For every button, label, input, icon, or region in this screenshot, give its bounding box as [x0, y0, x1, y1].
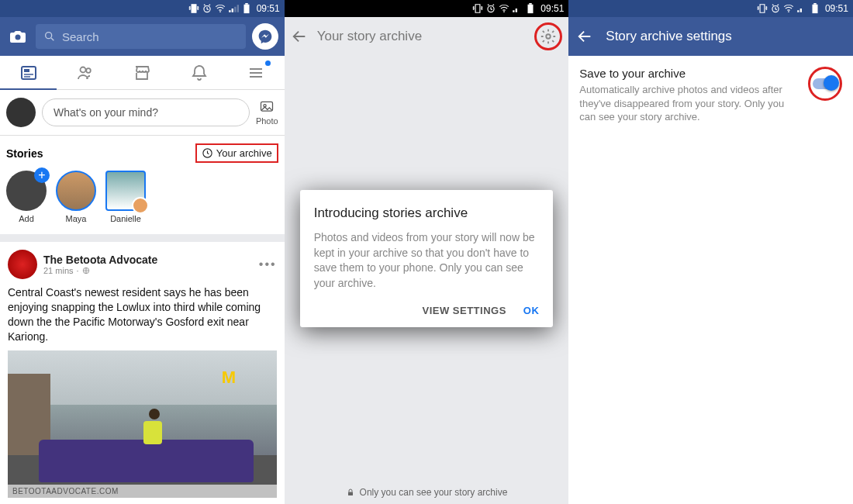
- svg-point-20: [503, 11, 505, 12]
- wifi-icon: [783, 3, 794, 14]
- svg-rect-27: [812, 5, 817, 13]
- camera-button[interactable]: [6, 25, 29, 48]
- status-bar: 09:51: [0, 0, 285, 17]
- tab-marketplace[interactable]: [114, 56, 171, 89]
- svg-rect-24: [348, 492, 353, 496]
- settings-title: Story archive settings: [606, 29, 732, 44]
- photo-button[interactable]: Photo: [256, 99, 278, 126]
- notification-dot: [265, 60, 271, 66]
- archive-header: Your story archive: [285, 17, 569, 56]
- clock-icon: [202, 147, 213, 159]
- dialog-heading: Introducing stories archive: [314, 205, 540, 221]
- archive-toggle[interactable]: [808, 67, 842, 101]
- wifi-icon: [499, 3, 509, 14]
- alarm-icon: [202, 3, 212, 14]
- dialog-body: Photos and videos from your story will n…: [314, 230, 540, 291]
- svg-rect-28: [813, 3, 817, 5]
- back-button[interactable]: [576, 28, 593, 45]
- lock-icon: [346, 488, 355, 497]
- nav-tabs: [0, 56, 285, 90]
- svg-rect-22: [530, 3, 533, 5]
- archive-title: Your story archive: [317, 29, 422, 44]
- post-source: BETOOTAADVOCATE.COM: [8, 485, 277, 498]
- setting-save-archive: Save to your archive Automatically archi…: [568, 56, 853, 138]
- panel-settings: 09:51 Story archive settings Save to you…: [568, 0, 853, 504]
- post-time: 21 mins: [43, 266, 74, 275]
- post-menu-button[interactable]: •••: [259, 257, 277, 271]
- panel-feed: 09:51 Search W: [0, 0, 285, 504]
- back-button[interactable]: [291, 28, 308, 45]
- composer-input[interactable]: What's on your mind?: [42, 98, 250, 126]
- alarm-icon: [485, 3, 496, 14]
- svg-point-5: [46, 33, 52, 39]
- feed-post: The Betoota Advocate 21 mins · ••• Centr…: [0, 242, 285, 504]
- svg-point-23: [547, 34, 551, 39]
- alarm-icon: [770, 3, 781, 14]
- tab-menu[interactable]: [227, 56, 284, 89]
- post-author[interactable]: The Betoota Advocate: [43, 254, 157, 266]
- signal-icon: [796, 3, 807, 14]
- wifi-icon: [215, 3, 226, 14]
- vibrate-icon: [188, 3, 199, 14]
- stories-section: Stories Your archive + Add Maya Danielle: [0, 136, 285, 242]
- composer: What's on your mind? Photo: [0, 90, 285, 136]
- svg-point-4: [16, 35, 21, 40]
- svg-point-1: [219, 11, 221, 12]
- search-input[interactable]: Search: [36, 24, 246, 49]
- user-avatar[interactable]: [6, 98, 36, 127]
- post-image[interactable]: BETOOTAADVOCATE.COM: [8, 350, 277, 498]
- svg-rect-3: [245, 3, 248, 5]
- view-settings-button[interactable]: VIEW SETTINGS: [422, 305, 506, 316]
- tab-newsfeed[interactable]: [0, 56, 57, 89]
- search-placeholder: Search: [62, 30, 99, 43]
- settings-header: Story archive settings: [568, 17, 853, 56]
- vibrate-icon: [757, 3, 768, 14]
- status-bar: 09:51: [568, 0, 853, 17]
- story-item[interactable]: Maya: [56, 171, 96, 223]
- app-header: Search: [0, 17, 285, 56]
- plus-icon: +: [34, 167, 50, 183]
- privacy-note: Only you can see your story archive: [285, 487, 569, 498]
- signal-icon: [228, 3, 239, 14]
- ok-button[interactable]: OK: [523, 305, 540, 316]
- globe-icon: [82, 267, 90, 274]
- stories-title: Stories: [6, 147, 43, 160]
- panel-archive: 09:51 Your story archive Introducing sto…: [285, 0, 569, 504]
- post-avatar[interactable]: [8, 250, 37, 279]
- status-time: 09:51: [257, 3, 280, 14]
- tab-notifications[interactable]: [171, 56, 227, 89]
- setting-label: Save to your archive: [579, 67, 800, 80]
- intro-dialog: Introducing stories archive Photos and v…: [300, 190, 554, 327]
- status-bar: 09:51: [285, 0, 569, 17]
- search-icon: [43, 30, 56, 43]
- signal-icon: [512, 3, 523, 14]
- gear-icon: [540, 28, 557, 45]
- svg-rect-2: [243, 5, 249, 13]
- tab-friends[interactable]: [57, 56, 113, 89]
- setting-desc: Automatically archive photos and videos …: [579, 83, 800, 124]
- svg-rect-21: [528, 5, 534, 13]
- story-add[interactable]: + Add: [6, 171, 47, 223]
- vibrate-icon: [472, 3, 483, 14]
- messenger-button[interactable]: [252, 23, 278, 50]
- post-body: Central Coast's newest resident says he …: [8, 285, 277, 344]
- svg-point-26: [788, 11, 789, 12]
- svg-point-11: [86, 68, 91, 73]
- battery-icon: [241, 3, 252, 14]
- story-item[interactable]: Danielle: [105, 171, 146, 223]
- battery-icon: [810, 3, 820, 14]
- svg-rect-7: [24, 69, 29, 72]
- svg-point-10: [80, 67, 85, 72]
- battery-icon: [525, 3, 536, 14]
- your-archive-button[interactable]: Your archive: [195, 143, 278, 163]
- settings-button[interactable]: [534, 22, 562, 50]
